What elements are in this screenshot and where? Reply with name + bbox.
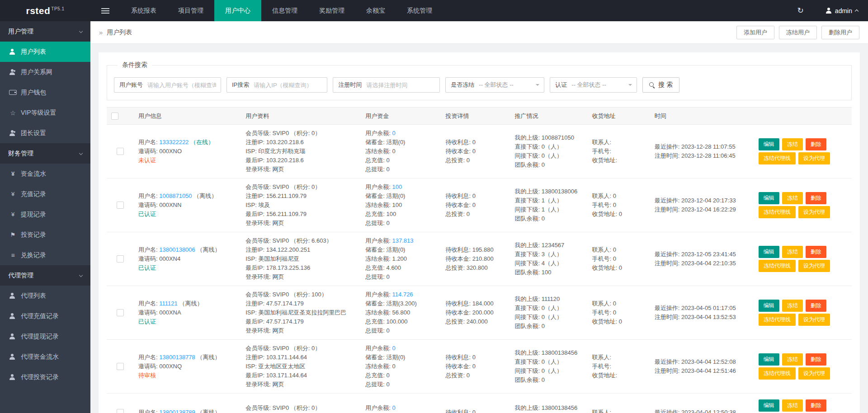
sidebar-item[interactable]: 代理投资记录 — [0, 367, 90, 387]
balance-link[interactable]: 0 — [392, 345, 396, 352]
freeze-agent-line-button[interactable]: 冻结代理线 — [759, 206, 796, 218]
online-status: （离线） — [195, 354, 221, 361]
set-agent-button[interactable]: 设为代理 — [798, 367, 830, 380]
row-checkbox[interactable] — [117, 202, 124, 209]
sidebar-item-label: 资金流水 — [21, 170, 46, 178]
edit-button[interactable]: 编辑 — [759, 353, 779, 366]
delete-button[interactable]: 删除 — [806, 300, 826, 312]
edit-button[interactable]: 编辑 — [759, 138, 779, 150]
edit-button[interactable]: 编辑 — [759, 300, 779, 312]
sidebar-group[interactable]: 用户管理 — [0, 21, 90, 42]
freeze-agent-line-button[interactable]: 冻结代理线 — [759, 260, 796, 272]
freeze-agent-line-button[interactable]: 冻结代理线 — [759, 152, 796, 164]
profile-line: ISP: 印度北方邦勒克瑙 — [245, 147, 356, 156]
username-link[interactable]: 133322222 — [159, 139, 189, 145]
freeze-button[interactable]: 冻结 — [782, 353, 803, 366]
set-agent-button[interactable]: 设为代理 — [798, 206, 830, 218]
sidebar-toggle-button[interactable] — [90, 0, 120, 21]
row-select-cell — [107, 232, 134, 286]
username-link[interactable]: 111121 — [159, 300, 178, 307]
freeze-button[interactable]: 冻结 — [782, 399, 803, 412]
sidebar-item[interactable]: 提现记录 — [0, 204, 90, 225]
sidebar-group[interactable]: 财务管理 — [0, 143, 90, 164]
delete-button[interactable]: 删除 — [806, 353, 826, 366]
profile-line: 最后IP: 156.211.109.79 — [245, 210, 356, 219]
balance-link[interactable]: 137.813 — [392, 237, 414, 244]
filter-text-input[interactable] — [145, 78, 221, 92]
admin-menu[interactable]: admin — [816, 0, 868, 21]
users-icon — [9, 69, 17, 75]
sidebar-item[interactable]: 代理充值记录 — [0, 306, 90, 326]
delete-button[interactable]: 删除 — [806, 246, 826, 258]
sidebar-item[interactable]: 代理提现记录 — [0, 326, 90, 347]
invest-line: 总投资: 0 — [445, 156, 505, 165]
freeze-button[interactable]: 冻结 — [782, 246, 803, 258]
search-button[interactable]: 搜 索 — [642, 77, 679, 93]
username-link[interactable]: 13800138006 — [159, 246, 195, 253]
sidebar-item[interactable]: VIP等级设置 — [0, 103, 90, 123]
freeze-button[interactable]: 冻结 — [782, 192, 803, 204]
username-link[interactable]: 13800138778 — [159, 354, 195, 361]
nav-item[interactable]: 余额宝 — [355, 0, 396, 21]
sidebar-item-label: 投资记录 — [21, 231, 46, 239]
sidebar-item[interactable]: 代理资金流水 — [0, 347, 90, 367]
delete-button[interactable]: 删除 — [806, 138, 826, 150]
row-checkbox[interactable] — [117, 409, 124, 413]
select-all-checkbox[interactable] — [111, 113, 118, 120]
sidebar-group[interactable]: 代理管理 — [0, 265, 90, 286]
username-link[interactable]: 13800138789 — [159, 409, 195, 413]
freeze-button[interactable]: 冻结 — [782, 138, 803, 150]
row-checkbox[interactable] — [117, 255, 124, 263]
sidebar-item[interactable]: 兑换记录 — [0, 245, 90, 265]
invite-code-line: 邀请码: 000XNQ — [138, 362, 236, 371]
sidebar-item[interactable]: 用户列表 — [0, 42, 90, 62]
promo-line: 我的上级: 1234567 — [515, 241, 583, 250]
nav-item[interactable]: 项目管理 — [167, 0, 214, 21]
edit-button[interactable]: 编辑 — [759, 399, 779, 412]
sidebar-item[interactable]: 团长设置 — [0, 123, 90, 143]
row-checkbox[interactable] — [117, 148, 124, 155]
username-link[interactable]: 1008871050 — [159, 192, 192, 199]
user-name-line: 用户名: 13800138778 （离线） — [138, 353, 236, 362]
freeze-agent-line-button[interactable]: 冻结代理线 — [759, 367, 796, 380]
invest-line: 待收本金: 0 — [445, 201, 505, 210]
nav-item[interactable]: 信息管理 — [261, 0, 308, 21]
filter-select[interactable]: 认证-- 全部状态 -- — [550, 77, 637, 93]
sidebar-item[interactable]: 充值记录 — [0, 184, 90, 204]
row-checkbox[interactable] — [117, 363, 124, 370]
nav-item[interactable]: 奖励管理 — [308, 0, 355, 21]
balance-link[interactable]: 0 — [392, 130, 396, 136]
sidebar-item[interactable]: 资金流水 — [0, 164, 90, 184]
sidebar-item[interactable]: 用户关系网 — [0, 62, 90, 82]
sidebar-item[interactable]: 用户钱包 — [0, 82, 90, 103]
edit-button[interactable]: 编辑 — [759, 246, 779, 258]
balance-link[interactable]: 114.726 — [392, 291, 413, 298]
edit-button[interactable]: 编辑 — [759, 192, 779, 204]
page-action-button[interactable]: 冻结用户 — [779, 26, 817, 39]
nav-item[interactable]: 系统管理 — [396, 0, 443, 21]
delete-button[interactable]: 删除 — [806, 399, 826, 412]
sidebar-item[interactable]: 代理列表 — [0, 286, 90, 306]
set-agent-button[interactable]: 设为代理 — [798, 152, 830, 164]
action-line: 编辑冻结删除 — [759, 246, 847, 258]
time-cell: 最近操作: 2023-04-05 01:17:05注册时间: 2023-04-0… — [650, 286, 754, 340]
invest-line: 待收利息: 0 — [445, 408, 505, 413]
refresh-button[interactable]: ↻ — [786, 0, 816, 21]
freeze-button[interactable]: 冻结 — [782, 300, 803, 312]
set-agent-button[interactable]: 设为代理 — [798, 260, 830, 272]
delete-button[interactable]: 删除 — [806, 192, 826, 204]
filter-select[interactable]: 是否冻结-- 全部状态 -- — [445, 77, 544, 93]
row-checkbox[interactable] — [117, 309, 124, 316]
balance-link[interactable]: 0 — [392, 404, 396, 411]
balance-link[interactable]: 100 — [392, 183, 402, 190]
profile-line: 注册IP: 103.171.144.64 — [245, 353, 356, 362]
nav-item[interactable]: 用户中心 — [214, 0, 261, 21]
filter-text-input[interactable] — [363, 78, 439, 92]
page-action-button[interactable]: 删除用户 — [821, 26, 859, 39]
nav-item[interactable]: 系统报表 — [120, 0, 167, 21]
page-action-button[interactable]: 添加用户 — [736, 26, 774, 39]
filter-text-input[interactable] — [251, 78, 327, 92]
set-agent-button[interactable]: 设为代理 — [798, 314, 830, 326]
freeze-agent-line-button[interactable]: 冻结代理线 — [759, 314, 796, 326]
sidebar-item[interactable]: 投资记录 — [0, 225, 90, 245]
